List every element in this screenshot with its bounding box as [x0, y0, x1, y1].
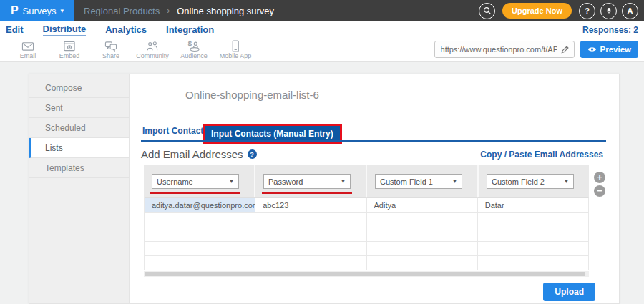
responses-count[interactable]: Responses: 2	[582, 25, 638, 35]
breadcrumb-separator: ›	[167, 6, 170, 16]
product-name: Surveys	[23, 6, 57, 16]
select-value: Username	[157, 177, 193, 186]
table-row	[144, 213, 589, 227]
sidebar-item-scheduled[interactable]: Scheduled	[29, 118, 129, 138]
edit-url-button[interactable]	[559, 45, 574, 54]
cell-email[interactable]	[145, 227, 255, 242]
email-icon	[21, 40, 35, 52]
survey-url-input[interactable]	[435, 45, 559, 54]
horizontal-scrollbar[interactable]	[144, 271, 589, 277]
breadcrumb-folder[interactable]: Regional Products	[84, 6, 160, 16]
svg-text:$: $	[188, 40, 192, 47]
cell-custom-1[interactable]	[367, 227, 478, 242]
add-row-button[interactable]: +	[594, 172, 605, 183]
survey-link-group: Preview	[434, 41, 638, 58]
cell-password[interactable]	[255, 256, 366, 270]
cell-email[interactable]	[145, 256, 255, 270]
chevron-down-icon: ▼	[229, 179, 234, 184]
cell-custom-2[interactable]: Datar	[478, 197, 589, 213]
tab-edit[interactable]: Edit	[6, 24, 24, 35]
help-button[interactable]: ?	[579, 3, 595, 19]
username-field-select[interactable]: Username ▼	[152, 174, 239, 189]
tab-distribute[interactable]: Distribute	[43, 24, 87, 36]
toolbar-item-share[interactable]: Share	[90, 40, 132, 59]
toolbar-item-email[interactable]: Email	[7, 40, 49, 59]
toolbar-label: Share	[102, 52, 119, 59]
custom-field-1-select[interactable]: Custom Field 1 ▼	[375, 174, 462, 189]
pencil-icon	[560, 45, 570, 54]
cell-custom-2[interactable]	[478, 256, 589, 270]
cell-custom-2[interactable]	[478, 242, 589, 256]
cell-custom-1[interactable]	[367, 213, 478, 227]
tab-integration[interactable]: Integration	[166, 24, 214, 35]
cell-custom-2[interactable]	[478, 213, 589, 227]
survey-nav-bar: Edit Distribute Analytics Integration Re…	[0, 21, 644, 38]
copy-paste-email-link[interactable]: Copy / Paste Email Addresses	[480, 149, 603, 160]
password-field-select[interactable]: Password ▼	[263, 174, 351, 189]
cell-custom-2[interactable]	[478, 227, 589, 242]
search-button[interactable]	[479, 3, 495, 19]
cell-custom-1[interactable]: Aditya	[367, 197, 478, 213]
upload-row: Upload	[130, 283, 595, 301]
custom-field-2-select[interactable]: Custom Field 2 ▼	[487, 174, 574, 189]
toolbar-item-audience[interactable]: $ Audience	[173, 40, 215, 59]
email-sidebar: Compose Sent Scheduled Lists Templates	[29, 74, 130, 303]
table-header-row: Username ▼ Password ▼ Custom Field 1 ▼	[144, 165, 589, 197]
lists-panel: Compose Sent Scheduled Lists Templates O…	[29, 74, 620, 304]
scrollbar-thumb[interactable]	[145, 272, 585, 276]
top-header-bar: P Surveys ▾ Regional Products › Online s…	[0, 0, 644, 21]
chevron-down-icon: ▾	[61, 7, 64, 14]
cell-password[interactable]: abc123	[255, 197, 366, 213]
surveys-menu[interactable]: P Surveys ▾	[0, 0, 74, 21]
toolbar-item-mobile-app[interactable]: Mobile App	[215, 40, 256, 59]
cell-password[interactable]	[255, 242, 366, 256]
preview-button[interactable]: Preview	[580, 41, 638, 58]
header-col-custom-field-2: Custom Field 2 ▼	[479, 165, 589, 197]
toolbar-label: Community	[136, 52, 169, 59]
chevron-down-icon: ▼	[564, 179, 569, 184]
cell-password[interactable]	[255, 213, 366, 227]
cell-email[interactable]	[145, 242, 255, 256]
distribute-toolbar: Email Embed Share Community $ Audience M…	[0, 38, 644, 62]
upload-button[interactable]: Upload	[543, 283, 595, 301]
chevron-down-icon: ▼	[452, 179, 457, 184]
notifications-button[interactable]	[600, 3, 617, 19]
audience-icon: $	[187, 40, 201, 52]
email-entry-table: Username ▼ Password ▼ Custom Field 1 ▼	[144, 165, 589, 277]
header-col-username: Username ▼	[144, 165, 255, 197]
survey-url-field	[434, 41, 575, 58]
select-value: Password	[268, 177, 303, 186]
sidebar-item-sent[interactable]: Sent	[29, 98, 129, 118]
chevron-down-icon: ▼	[341, 179, 346, 184]
cell-custom-1[interactable]	[367, 256, 478, 270]
community-icon	[145, 40, 160, 52]
cell-custom-1[interactable]	[367, 242, 478, 256]
sidebar-item-lists[interactable]: Lists	[29, 138, 129, 158]
cell-email[interactable]: aditya.datar@questionpro.com	[145, 197, 255, 213]
red-underline-annotation	[262, 192, 352, 194]
add-emails-section-header: Add Email Addresses ? Copy / Paste Email…	[141, 147, 603, 161]
tab-analytics[interactable]: Analytics	[105, 24, 147, 35]
table-row	[144, 242, 589, 256]
cell-password[interactable]	[255, 227, 366, 242]
contacts-tabs: Import Contacts Input Contacts (Manual E…	[141, 120, 619, 142]
red-underline-annotation	[150, 192, 240, 194]
toolbar-label: Audience	[180, 52, 208, 59]
help-icon[interactable]: ?	[248, 149, 257, 159]
avatar[interactable]: A	[622, 3, 638, 19]
remove-row-button[interactable]: −	[594, 185, 605, 197]
tab-import-contacts[interactable]: Import Contacts	[142, 126, 208, 136]
sidebar-item-templates[interactable]: Templates	[29, 158, 129, 178]
table-row	[144, 256, 589, 270]
header-col-custom-field-1: Custom Field 1 ▼	[367, 165, 479, 197]
sidebar-item-compose[interactable]: Compose	[29, 78, 129, 98]
upgrade-now-button[interactable]: Upgrade Now	[502, 3, 572, 19]
select-value: Custom Field 1	[380, 177, 433, 186]
toolbar-label: Email	[20, 52, 36, 59]
toolbar-item-community[interactable]: Community	[132, 40, 173, 59]
tab-label: Input Contacts (Manual Entry)	[205, 126, 340, 142]
toolbar-item-embed[interactable]: Embed	[49, 40, 90, 59]
table-row: aditya.datar@questionpro.com abc123 Adit…	[144, 197, 589, 213]
cell-email[interactable]	[145, 213, 255, 227]
list-detail-area: Online-shopping-email-list-6 Import Cont…	[130, 74, 619, 303]
